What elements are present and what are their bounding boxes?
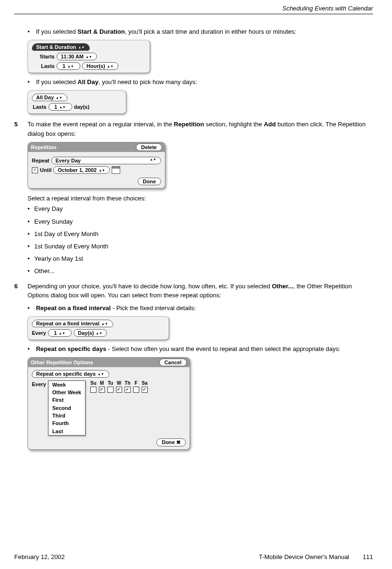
start-duration-widget: Start & Duration▲▼ Starts 11:30 AM▲▼ Las… <box>28 40 150 73</box>
done-button[interactable]: Done <box>138 178 162 185</box>
allday-lasts-label: Lasts <box>33 104 47 110</box>
until-date-field[interactable]: October 1, 2002▲▼ <box>53 166 110 174</box>
step-5-number: 5 <box>14 120 28 138</box>
bullet-specific-days: • Repeat on specific days - Select how o… <box>28 345 373 353</box>
day-sa-checkbox[interactable]: ✓ <box>142 387 148 393</box>
choice-other: Other... <box>34 267 55 275</box>
done-button-2[interactable]: Done ✖ <box>156 438 186 446</box>
frequency-dropdown[interactable]: Week Other Week First Second Third Fourt… <box>48 380 86 436</box>
day-f-checkbox[interactable] <box>133 387 139 393</box>
repetition-dialog: Repetition Delete Repeat Every Day▲▼ ✓ U… <box>28 142 165 189</box>
choice-first-day: 1st Day of Every Month <box>34 230 98 237</box>
footer-date: February 12, 2002 <box>14 553 65 560</box>
choice-first-sunday: 1st Sunday of Every Month <box>34 243 108 250</box>
repeat-choices-intro: Select a repeat interval from these choi… <box>28 195 373 202</box>
day-su-checkbox[interactable] <box>90 387 96 393</box>
lasts-label: Lasts <box>32 63 55 69</box>
delete-button[interactable]: Delete <box>136 143 162 151</box>
chapter-title: Scheduling Events with Calendar <box>282 5 373 12</box>
start-duration-tab[interactable]: Start & Duration▲▼ <box>32 43 90 51</box>
footer-page-number: 111 <box>349 553 373 560</box>
step-5: 5 To make the event repeat on a regular … <box>14 120 373 138</box>
all-day-widget: All Day▲▼ Lasts 1▲▼ day(s) <box>28 90 126 114</box>
day-tu-checkbox[interactable] <box>107 387 114 393</box>
starts-label: Starts <box>32 54 55 59</box>
repeat-label: Repeat <box>32 158 49 163</box>
lasts-unit-field[interactable]: Hour(s)▲▼ <box>82 62 118 70</box>
other-repetition-dialog: Other Repetition Options Cancel Repeat o… <box>28 357 190 450</box>
cancel-button[interactable]: Cancel <box>159 359 187 366</box>
choice-every-sunday: Every Sunday <box>34 218 73 225</box>
bullet-fixed-interval: • Repeat on a fixed interval - Pick the … <box>28 304 373 313</box>
day-w-checkbox[interactable]: ✓ <box>116 387 122 393</box>
fixed-interval-tab[interactable]: Repeat on a fixed interval▲▼ <box>32 320 113 327</box>
every-label: Every <box>32 330 46 336</box>
day-m-checkbox[interactable]: ✓ <box>99 387 105 393</box>
page-header: Scheduling Events with Calendar <box>14 5 373 14</box>
footer-manual-title: T-Mobile Device Owner's Manual <box>259 553 349 560</box>
repeat-select[interactable]: Every Day▲▼ <box>51 157 161 164</box>
specific-days-tab[interactable]: Repeat on specific days▲▼ <box>32 370 109 378</box>
every-label-2: Every <box>32 381 46 387</box>
every-unit-field[interactable]: Day(s)▲▼ <box>74 329 107 337</box>
until-checkbox[interactable]: ✓ <box>32 167 38 173</box>
page-footer: February 12, 2002 T-Mobile Device Owner'… <box>14 553 373 560</box>
choice-yearly: Yearly on May 1st <box>34 255 83 262</box>
until-label: Until <box>40 167 51 173</box>
other-rep-title: Other Repetition Options <box>31 360 93 365</box>
choice-every-day: Every Day <box>34 205 63 212</box>
day-th-checkbox[interactable]: ✓ <box>124 387 131 393</box>
repetition-title: Repetition <box>31 144 57 150</box>
starts-field[interactable]: 11:30 AM▲▼ <box>57 53 97 60</box>
allday-unit: day(s) <box>74 104 89 110</box>
day-checkboxes: Su M✓ Tu W✓ Th✓ F Sa✓ <box>90 380 148 393</box>
every-value-field[interactable]: 1▲▼ <box>48 329 72 337</box>
bullet-all-day: • If you selected All Day, you'll need t… <box>28 78 373 86</box>
fixed-interval-widget: Repeat on a fixed interval▲▼ Every 1▲▼ D… <box>28 316 169 340</box>
step-6-number: 6 <box>14 282 28 300</box>
all-day-tab[interactable]: All Day▲▼ <box>32 94 67 101</box>
calendar-icon[interactable] <box>112 166 120 174</box>
step-6: 6 Depending on your choice, you'll have … <box>14 282 373 300</box>
allday-lasts-field[interactable]: 1▲▼ <box>48 103 72 111</box>
lasts-value-field[interactable]: 1▲▼ <box>57 62 80 70</box>
bullet-start-duration: • If you selected Start & Duration, you'… <box>28 28 373 36</box>
